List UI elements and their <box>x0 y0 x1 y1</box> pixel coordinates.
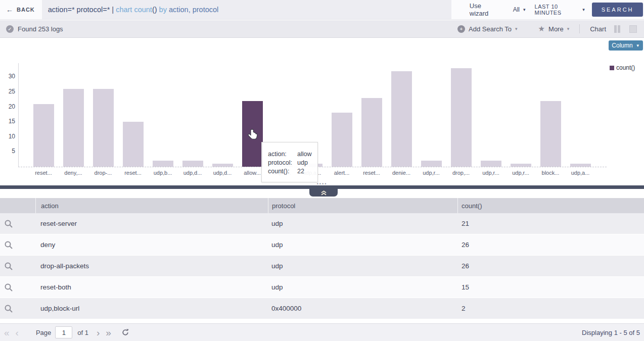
scope-dropdown[interactable]: All ▾ <box>513 6 526 13</box>
chart-bar[interactable] <box>421 161 442 167</box>
x-axis-category-label: reset... <box>356 170 387 176</box>
table-header-count[interactable]: count() <box>457 198 644 213</box>
chart-bar[interactable] <box>33 104 54 167</box>
x-axis-category-label: udp,r... <box>416 170 446 176</box>
chart-bar[interactable] <box>361 98 382 167</box>
first-page-button[interactable]: « <box>1 328 13 337</box>
chevron-down-icon: ▾ <box>567 26 570 31</box>
chart-bar[interactable] <box>511 164 531 167</box>
x-axis-category-label: deny,... <box>58 170 88 176</box>
x-axis-category-label: udp,d... <box>207 170 238 176</box>
cell-count: 2 <box>457 305 644 312</box>
cell-count: 21 <box>457 220 644 227</box>
query-segment: () <box>152 6 157 14</box>
chevron-down-icon: ▾ <box>523 7 526 12</box>
x-axis-category-label: udp,r... <box>476 170 506 176</box>
search-button[interactable]: SEARCH <box>592 3 643 17</box>
table-header-action[interactable]: action <box>35 198 268 213</box>
plus-circle-icon: + <box>457 25 465 33</box>
y-axis-tick-label: 30 <box>0 73 15 80</box>
table-row[interactable]: drop-all-packetsudp26 <box>0 256 644 277</box>
table-body: reset-serverudp21denyudp26drop-all-packe… <box>0 213 644 319</box>
tooltip-row: protocol:udp <box>268 159 317 167</box>
chart-type-dropdown[interactable]: Column ▼ <box>609 40 643 51</box>
results-toolbar: ✓ Found 253 logs + Add Search To ▾ ★ Mor… <box>0 20 644 38</box>
chart-bar[interactable] <box>153 161 173 167</box>
magnifier-icon <box>4 262 13 271</box>
query-segment: action=* protocol=* | <box>48 6 116 14</box>
grid-view-icon[interactable] <box>629 25 637 33</box>
magnifier-icon <box>4 304 13 313</box>
panel-divider: •••• <box>0 183 644 198</box>
check-circle-icon: ✓ <box>6 25 14 33</box>
more-dropdown[interactable]: ★ More ▾ <box>538 24 570 33</box>
pagination-footer: « ‹ Page of 1 › » Displaying 1 - 5 of 5 <box>0 323 644 341</box>
add-search-to-dropdown[interactable]: + Add Search To ▾ <box>457 25 518 33</box>
table-header-protocol[interactable]: protocol <box>268 198 457 213</box>
y-axis-tick-label: 25 <box>0 88 15 95</box>
page-number-input[interactable] <box>55 326 72 338</box>
cell-action: deny <box>35 241 268 249</box>
cell-action: reset-both <box>35 283 268 291</box>
tooltip-field-value: 22 <box>297 167 304 176</box>
y-axis-tick-label: 15 <box>0 118 15 125</box>
table-row[interactable]: reset-bothudp15 <box>0 277 644 298</box>
y-axis-tick-label: 5 <box>0 148 15 155</box>
divider-bar[interactable] <box>0 185 644 189</box>
table-row[interactable]: udp,block-url0x4000002 <box>0 298 644 319</box>
chart-bar[interactable] <box>212 164 233 167</box>
x-axis-category-label: reset... <box>118 170 148 176</box>
x-axis-category-label: udp,a... <box>565 170 595 176</box>
chart-bar[interactable] <box>332 113 352 167</box>
chart-bar[interactable] <box>451 68 472 167</box>
time-range-value: LAST 10 MINUTES <box>535 4 579 16</box>
chart-bar[interactable] <box>93 89 114 167</box>
chart-bar[interactable] <box>540 101 561 167</box>
search-row-button[interactable] <box>0 219 35 228</box>
app-window: ← BACK action=* protocol=* | chart count… <box>0 0 644 341</box>
last-page-button[interactable]: » <box>103 328 114 337</box>
chart-bar[interactable] <box>182 161 203 167</box>
search-row-button[interactable] <box>0 283 35 292</box>
column-chart-view-icon[interactable] <box>614 25 621 33</box>
tooltip-field-value: udp <box>297 159 308 167</box>
tooltip-field-label: protocol: <box>268 159 297 167</box>
next-page-button[interactable]: › <box>94 328 103 337</box>
chart-type-value: Column <box>612 42 632 49</box>
chart-bar[interactable] <box>391 71 412 167</box>
time-range-dropdown[interactable]: LAST 10 MINUTES ▾ <box>535 4 585 16</box>
collapse-panel-button[interactable] <box>309 189 338 197</box>
chart-bar[interactable] <box>481 161 501 167</box>
y-axis-tick-label: 20 <box>0 103 15 110</box>
chart-bar[interactable] <box>123 122 144 167</box>
use-wizard-link[interactable]: Use wizard <box>470 2 498 17</box>
star-icon: ★ <box>538 24 545 33</box>
table-row[interactable]: reset-serverudp21 <box>0 213 644 234</box>
tooltip-field-label: count(): <box>268 167 297 176</box>
chevron-down-icon: ▼ <box>636 43 640 48</box>
table-row[interactable]: denyudp26 <box>0 234 644 256</box>
previous-page-button[interactable]: ‹ <box>13 328 22 337</box>
chart-bar[interactable] <box>570 164 591 167</box>
refresh-button[interactable] <box>121 328 129 336</box>
chevron-down-icon: ▾ <box>582 7 585 12</box>
search-row-button[interactable] <box>0 240 35 250</box>
cell-protocol: 0x400000 <box>268 305 457 312</box>
chart-bar[interactable] <box>63 89 84 167</box>
x-axis-category-label: udp,r... <box>505 170 536 176</box>
chart-label: Chart <box>590 25 606 33</box>
cell-protocol: udp <box>268 220 457 227</box>
search-query-input[interactable]: action=* protocol=* | chart count() by a… <box>42 0 451 19</box>
displaying-status: Displaying 1 - 5 of 5 <box>582 329 644 336</box>
scope-dropdown-value: All <box>513 6 520 13</box>
back-arrow-icon: ← <box>6 6 14 14</box>
cell-count: 15 <box>457 283 644 291</box>
refresh-icon <box>121 328 129 336</box>
cell-protocol: udp <box>268 283 457 291</box>
legend-label: count() <box>616 64 635 71</box>
back-label: BACK <box>17 7 35 13</box>
search-row-button[interactable] <box>0 304 35 313</box>
back-button[interactable]: ← BACK <box>0 0 42 19</box>
cell-action: reset-server <box>35 220 268 227</box>
search-row-button[interactable] <box>0 262 35 271</box>
